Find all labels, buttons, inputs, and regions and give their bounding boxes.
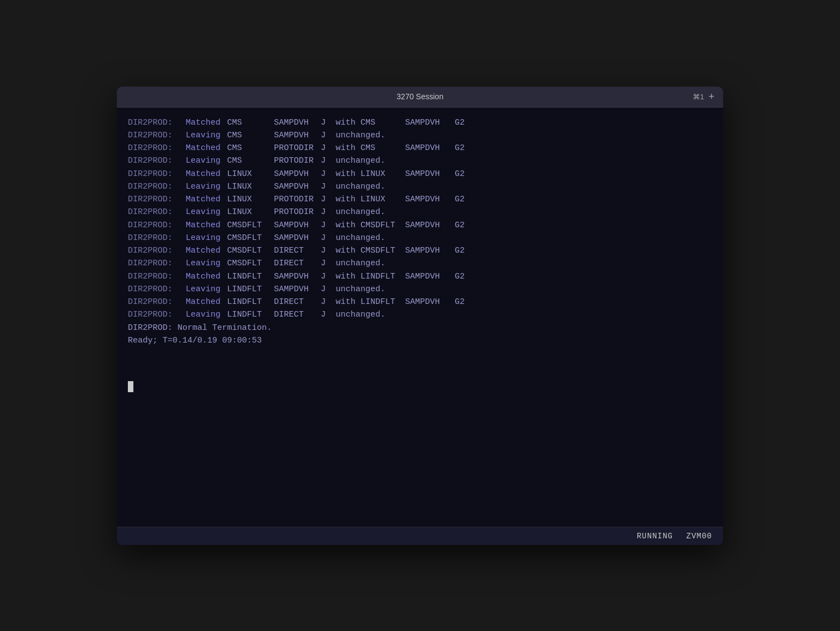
line-col5: SAMPDVH <box>405 142 455 154</box>
line-col6: G2 <box>455 142 496 154</box>
normal-termination-line: DIR2PROD: Normal Termination. <box>128 322 712 334</box>
line-col5 <box>405 257 455 270</box>
line-col2: SAMPDVH <box>274 219 321 232</box>
line-prefix: DIR2PROD: <box>128 142 186 154</box>
terminal-line: DIR2PROD: Leaving CMS SAMPDVH J unchange… <box>128 129 712 142</box>
line-col2: SAMPDVH <box>274 129 321 142</box>
line-col6 <box>455 308 496 321</box>
line-col5 <box>405 129 455 142</box>
line-col6 <box>455 180 496 193</box>
line-col1: LINDFLT <box>227 283 274 296</box>
line-col1: LINDFLT <box>227 270 274 283</box>
line-col4: with LINDFLT <box>336 296 405 308</box>
line-col6: G2 <box>455 244 496 257</box>
line-col2: DIRECT <box>274 308 321 321</box>
session-id: ZVM00 <box>686 532 712 541</box>
line-col6 <box>455 283 496 296</box>
line-col1: CMS <box>227 116 274 129</box>
line-col6: G2 <box>455 193 496 206</box>
line-col2: PROTODIR <box>274 142 321 154</box>
line-col4: unchanged. <box>336 129 405 142</box>
line-col3: J <box>321 283 336 296</box>
line-prefix: DIR2PROD: <box>128 168 186 180</box>
line-col3: J <box>321 244 336 257</box>
line-col2: SAMPDVH <box>274 232 321 244</box>
line-col2: PROTODIR <box>274 206 321 218</box>
line-col3: J <box>321 154 336 167</box>
line-col2: SAMPDVH <box>274 270 321 283</box>
line-col5: SAMPDVH <box>405 244 455 257</box>
terminal-line: DIR2PROD: Matched LINUX PROTODIR J with … <box>128 193 712 206</box>
line-col3: J <box>321 142 336 154</box>
line-col5 <box>405 308 455 321</box>
line-col6 <box>455 154 496 167</box>
line-col2: PROTODIR <box>274 193 321 206</box>
line-col2: SAMPDVH <box>274 180 321 193</box>
terminal-line: DIR2PROD: Matched LINUX SAMPDVH J with L… <box>128 168 712 180</box>
line-prefix: DIR2PROD: <box>128 308 186 321</box>
line-col5: SAMPDVH <box>405 219 455 232</box>
line-col4: with CMS <box>336 142 405 154</box>
ready-line: Ready; T=0.14/0.19 09:00:53 <box>128 334 712 347</box>
line-action: Matched <box>186 193 227 206</box>
line-col5 <box>405 154 455 167</box>
line-col3: J <box>321 232 336 244</box>
line-col3: J <box>321 219 336 232</box>
line-col3: J <box>321 308 336 321</box>
line-col5 <box>405 232 455 244</box>
line-col1: CMSDFLT <box>227 257 274 270</box>
new-tab-button[interactable]: + <box>708 91 714 103</box>
line-col4: with CMSDFLT <box>336 244 405 257</box>
terminal-window: 3270 Session ⌘1 + DIR2PROD: Matched CMS … <box>117 87 723 545</box>
line-col4: unchanged. <box>336 154 405 167</box>
normal-termination-text: DIR2PROD: Normal Termination. <box>128 322 272 334</box>
line-col2: SAMPDVH <box>274 283 321 296</box>
line-col6 <box>455 206 496 218</box>
line-col6 <box>455 129 496 142</box>
line-col6: G2 <box>455 168 496 180</box>
line-action: Leaving <box>186 154 227 167</box>
line-col1: CMSDFLT <box>227 232 274 244</box>
line-col5: SAMPDVH <box>405 270 455 283</box>
line-col3: J <box>321 193 336 206</box>
line-prefix: DIR2PROD: <box>128 244 186 257</box>
line-action: Leaving <box>186 283 227 296</box>
line-action: Leaving <box>186 257 227 270</box>
line-prefix: DIR2PROD: <box>128 154 186 167</box>
line-col4: unchanged. <box>336 180 405 193</box>
line-col1: CMSDFLT <box>227 219 274 232</box>
line-col5 <box>405 180 455 193</box>
running-status: RUNNING <box>637 532 673 541</box>
terminal-line: DIR2PROD: Matched LINDFLT SAMPDVH J with… <box>128 270 712 283</box>
line-col6 <box>455 232 496 244</box>
terminal-body: DIR2PROD: Matched CMS SAMPDVH J with CMS… <box>117 108 723 527</box>
line-prefix: DIR2PROD: <box>128 257 186 270</box>
terminal-line: DIR2PROD: Matched CMS SAMPDVH J with CMS… <box>128 116 712 129</box>
line-action: Matched <box>186 116 227 129</box>
line-col1: LINUX <box>227 180 274 193</box>
terminal-line: DIR2PROD: Leaving LINDFLT DIRECT J uncha… <box>128 308 712 321</box>
line-col4: unchanged. <box>336 257 405 270</box>
line-col6: G2 <box>455 116 496 129</box>
terminal-line: DIR2PROD: Matched CMS PROTODIR J with CM… <box>128 142 712 154</box>
line-col3: J <box>321 270 336 283</box>
terminal-line: DIR2PROD: Leaving CMSDFLT DIRECT J uncha… <box>128 257 712 270</box>
terminal-line: DIR2PROD: Leaving CMSDFLT SAMPDVH J unch… <box>128 232 712 244</box>
line-col2: DIRECT <box>274 257 321 270</box>
line-prefix: DIR2PROD: <box>128 219 186 232</box>
line-col1: LINDFLT <box>227 308 274 321</box>
line-col6 <box>455 257 496 270</box>
line-prefix: DIR2PROD: <box>128 206 186 218</box>
terminal-line: DIR2PROD: Leaving LINUX PROTODIR J uncha… <box>128 206 712 218</box>
line-col1: LINUX <box>227 206 274 218</box>
terminal-line: DIR2PROD: Leaving CMS PROTODIR J unchang… <box>128 154 712 167</box>
line-col3: J <box>321 168 336 180</box>
line-prefix: DIR2PROD: <box>128 283 186 296</box>
line-col2: DIRECT <box>274 244 321 257</box>
line-col2: SAMPDVH <box>274 168 321 180</box>
terminal-line: DIR2PROD: Matched CMSDFLT SAMPDVH J with… <box>128 219 712 232</box>
cursor-block <box>128 381 133 392</box>
line-col4: with LINDFLT <box>336 270 405 283</box>
line-action: Leaving <box>186 206 227 218</box>
line-prefix: DIR2PROD: <box>128 116 186 129</box>
